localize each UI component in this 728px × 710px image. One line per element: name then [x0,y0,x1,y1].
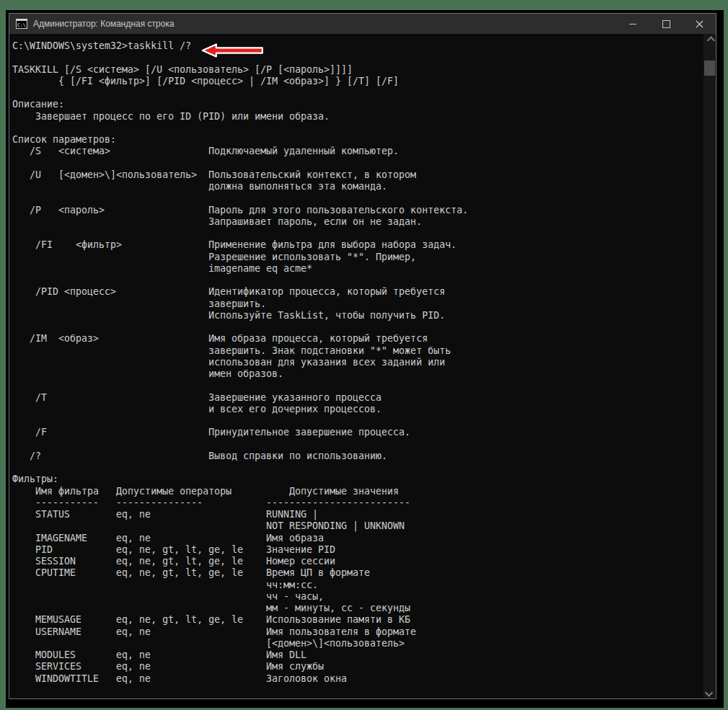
close-icon [696,20,703,28]
annotation-arrow [201,43,265,58]
page-background: { "window": { "title": "Администратор: К… [0,0,728,710]
window-controls [616,14,716,34]
chevron-up-icon [706,36,714,44]
scrollbar-up-button[interactable] [703,34,716,46]
minimize-button[interactable] [616,14,649,34]
cmd-prompt-icon: C:\_ [16,19,27,29]
chevron-down-icon [704,688,712,696]
svg-text:C:\_: C:\_ [17,22,27,28]
maximize-button[interactable] [649,14,683,34]
window-title: Администратор: Командная строка [33,19,174,29]
scrollbar[interactable] [703,34,716,698]
screenshot-matte: C:\_ Администратор: Командная строка [6,10,724,708]
scrollbar-down-button[interactable] [703,686,716,698]
minimize-icon [629,24,636,25]
terminal-window: C:\_ Администратор: Командная строка [9,13,716,699]
close-button[interactable] [683,14,716,34]
maximize-icon [662,20,670,28]
left-arrow-icon [203,45,262,57]
scrollbar-thumb[interactable] [704,61,715,76]
console-output: C:\WINDOWS\system32>taskkill /? TASKKILL… [9,34,716,685]
titlebar[interactable]: C:\_ Администратор: Командная строка [9,14,716,34]
console-viewport[interactable]: C:\WINDOWS\system32>taskkill /? TASKKILL… [9,34,716,698]
